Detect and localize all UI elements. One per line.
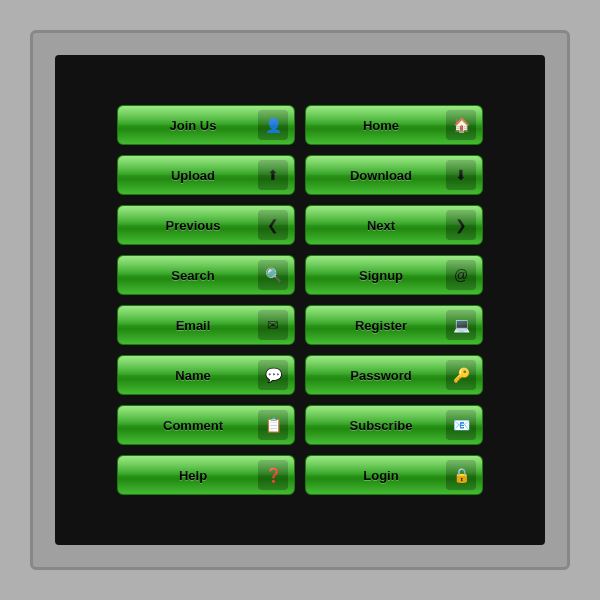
name-button[interactable]: Name💬	[117, 355, 295, 395]
download-button[interactable]: Download⬇	[305, 155, 483, 195]
previous-label: Previous	[128, 218, 258, 233]
inner-panel: Join Us👤Home🏠Upload⬆Download⬇Previous❮Ne…	[55, 55, 545, 545]
search-icon: 🔍	[258, 260, 288, 290]
upload-icon: ⬆	[258, 160, 288, 190]
next-icon: ❯	[446, 210, 476, 240]
search-label: Search	[128, 268, 258, 283]
help-button[interactable]: Help❓	[117, 455, 295, 495]
password-label: Password	[316, 368, 446, 383]
login-button[interactable]: Login🔒	[305, 455, 483, 495]
join-us-button[interactable]: Join Us👤	[117, 105, 295, 145]
register-button[interactable]: Register💻	[305, 305, 483, 345]
signup-button[interactable]: Signup@	[305, 255, 483, 295]
next-label: Next	[316, 218, 446, 233]
signup-label: Signup	[316, 268, 446, 283]
download-label: Download	[316, 168, 446, 183]
next-button[interactable]: Next❯	[305, 205, 483, 245]
previous-button[interactable]: Previous❮	[117, 205, 295, 245]
comment-icon: 📋	[258, 410, 288, 440]
subscribe-label: Subscribe	[316, 418, 446, 433]
button-grid: Join Us👤Home🏠Upload⬆Download⬇Previous❮Ne…	[97, 85, 503, 515]
password-button[interactable]: Password🔑	[305, 355, 483, 395]
comment-button[interactable]: Comment📋	[117, 405, 295, 445]
download-icon: ⬇	[446, 160, 476, 190]
register-label: Register	[316, 318, 446, 333]
name-label: Name	[128, 368, 258, 383]
join-us-label: Join Us	[128, 118, 258, 133]
subscribe-icon: 📧	[446, 410, 476, 440]
home-icon: 🏠	[446, 110, 476, 140]
password-icon: 🔑	[446, 360, 476, 390]
register-icon: 💻	[446, 310, 476, 340]
email-label: Email	[128, 318, 258, 333]
join-us-icon: 👤	[258, 110, 288, 140]
home-button[interactable]: Home🏠	[305, 105, 483, 145]
help-icon: ❓	[258, 460, 288, 490]
login-label: Login	[316, 468, 446, 483]
comment-label: Comment	[128, 418, 258, 433]
home-label: Home	[316, 118, 446, 133]
outer-frame: Join Us👤Home🏠Upload⬆Download⬇Previous❮Ne…	[30, 30, 570, 570]
help-label: Help	[128, 468, 258, 483]
signup-icon: @	[446, 260, 476, 290]
upload-label: Upload	[128, 168, 258, 183]
search-button[interactable]: Search🔍	[117, 255, 295, 295]
subscribe-button[interactable]: Subscribe📧	[305, 405, 483, 445]
email-icon: ✉	[258, 310, 288, 340]
name-icon: 💬	[258, 360, 288, 390]
upload-button[interactable]: Upload⬆	[117, 155, 295, 195]
login-icon: 🔒	[446, 460, 476, 490]
previous-icon: ❮	[258, 210, 288, 240]
email-button[interactable]: Email✉	[117, 305, 295, 345]
